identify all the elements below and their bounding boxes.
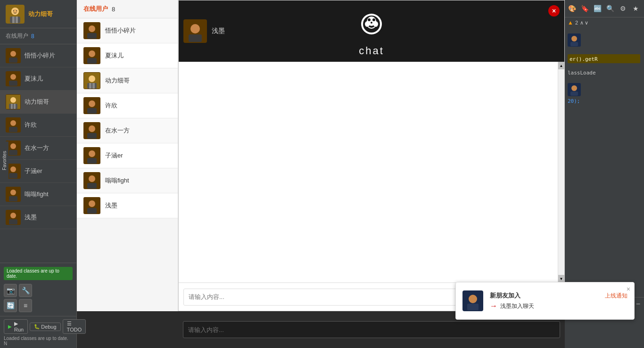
sidebar-user-item[interactable]: 许欣	[0, 114, 76, 137]
ide-avatar-2	[568, 83, 581, 96]
svg-rect-56	[87, 183, 97, 189]
chat-title-text: chat	[359, 45, 384, 57]
sidebar-user-name: 在水一方	[25, 144, 49, 152]
expanded-user-name: 夏沫儿	[105, 51, 124, 60]
svg-point-46	[89, 100, 95, 107]
sidebar-user-item-active[interactable]: 动力细哥	[0, 91, 76, 114]
svg-point-49	[89, 125, 95, 132]
svg-rect-21	[9, 127, 17, 132]
run-button[interactable]: ▶ ▶ Run	[4, 319, 28, 334]
scroll-up-btn[interactable]: ▲	[558, 62, 564, 69]
svg-point-9	[10, 51, 16, 57]
expanded-user-item[interactable]: 在水一方	[77, 118, 178, 143]
notification-close-button[interactable]: ×	[627, 285, 630, 293]
expanded-online-label: 在线用户	[83, 5, 108, 13]
expanded-user-item[interactable]: 子涵er	[77, 143, 178, 168]
svg-point-69	[365, 21, 370, 27]
expanded-user-item[interactable]: 夏沫儿	[77, 43, 178, 68]
sidebar-user-name: 浅墨	[25, 213, 37, 222]
ide-code-line: lassLoade	[568, 69, 640, 77]
current-user-name: 动力细哥	[28, 10, 53, 18]
star-icon[interactable]: ★	[630, 3, 641, 14]
svg-rect-10	[9, 58, 17, 63]
svg-rect-44	[92, 83, 95, 89]
palette-icon[interactable]: 🎨	[567, 3, 578, 14]
svg-rect-2	[10, 17, 20, 23]
svg-point-26	[10, 166, 16, 172]
svg-rect-30	[9, 196, 17, 201]
expanded-user-item[interactable]: 许欣	[77, 93, 178, 118]
sidebar-online-label: 在线用户	[6, 32, 28, 40]
minus-icon[interactable]: −	[636, 300, 640, 308]
svg-point-52	[89, 150, 95, 157]
debug-button[interactable]: 🐛 Debug	[30, 323, 60, 331]
current-user-avatar	[6, 5, 25, 24]
chat-scrollbar[interactable]: ▲ ▼	[558, 62, 564, 282]
favorites-tab[interactable]: Favorites	[0, 141, 8, 179]
notification-message: → 浅墨加入聊天	[490, 302, 627, 310]
scroll-down-btn[interactable]: ▼	[558, 275, 564, 282]
expanded-user-name: 浅墨	[105, 201, 117, 210]
expanded-user-name: 许欣	[105, 101, 117, 110]
camera-icon[interactable]: 📷	[4, 284, 17, 297]
ide-user-section	[564, 28, 644, 52]
expanded-online-count: 8	[112, 6, 115, 13]
ide-warning-bar: ▲ 2 ∧ ∨	[564, 17, 644, 28]
expanded-user-item[interactable]: 悟悟小碎片	[77, 18, 178, 43]
status-badge: Loaded classes are up to date.	[4, 267, 73, 280]
ide-toolbar: 🎨 🔖 🔤 🔍 ⚙ ★	[564, 0, 644, 17]
sidebar-user-name: 动力细哥	[25, 98, 49, 106]
refresh-icon[interactable]: 🔄	[4, 299, 17, 312]
bug-icon: 🐛	[34, 324, 40, 329]
current-user-header: 动力细哥	[0, 0, 76, 28]
svg-point-32	[10, 213, 16, 218]
avatar	[6, 48, 21, 63]
warning-icon: ▲	[568, 19, 573, 26]
avatar	[6, 71, 21, 86]
avatar	[83, 72, 100, 89]
list-icon[interactable]: ≡	[19, 299, 32, 312]
notification-avatar	[462, 290, 483, 311]
svg-rect-53	[87, 158, 97, 164]
sidebar-user-item[interactable]: 嗡嗡fight	[0, 183, 76, 206]
svg-rect-3	[12, 17, 15, 23]
search-ide-icon[interactable]: 🔍	[605, 3, 616, 14]
expand-icon[interactable]: ∧	[580, 20, 584, 26]
sidebar-bottom-tools: Loaded classes are up to date. 📷 🔧 🔄 ≡	[0, 263, 76, 316]
translate-icon[interactable]: 🔤	[592, 3, 603, 14]
expanded-user-list: 悟悟小碎片 夏沫儿 动力细哥 许欣 在水一方	[77, 18, 178, 218]
expanded-user-item[interactable]: 嗡嗡fight	[77, 168, 178, 193]
expanded-user-item[interactable]: 动力细哥	[77, 68, 178, 93]
sidebar-user-item[interactable]: 悟悟小碎片	[0, 44, 76, 67]
chat-close-button[interactable]: ×	[548, 5, 560, 17]
svg-point-15	[10, 97, 16, 103]
status-text: Loaded classes are up to date. N	[4, 336, 73, 346]
svg-rect-43	[89, 83, 91, 89]
sidebar-user-item[interactable]: 夏沫儿	[0, 67, 76, 91]
tool-icon[interactable]: 🔧	[19, 284, 32, 297]
ide-code-highlight: er().getR	[570, 56, 598, 62]
ide-code-area: lassLoade	[564, 65, 644, 81]
sidebar-user-name: 悟悟小碎片	[25, 51, 55, 60]
svg-point-23	[10, 143, 16, 149]
warning-count: 2	[575, 20, 578, 25]
bottom-chat-input[interactable]	[183, 321, 560, 338]
svg-point-55	[89, 175, 95, 182]
left-sidebar: 动力细哥 在线用户 8 悟悟小碎片 夏沫儿 动力细哥	[0, 0, 77, 348]
sidebar-user-item[interactable]: 在水一方	[0, 137, 76, 160]
svg-point-78	[571, 85, 577, 91]
chat-messages	[179, 62, 564, 282]
sidebar-user-item[interactable]: 浅墨	[0, 206, 76, 229]
notification-title: 新朋友加入	[490, 291, 520, 300]
svg-rect-62	[189, 34, 202, 42]
sidebar-user-item[interactable]: 子涵er	[0, 160, 76, 183]
expanded-user-item[interactable]: 浅墨	[77, 193, 178, 218]
bookmark-icon[interactable]: 🔖	[579, 3, 590, 14]
avatar	[6, 117, 21, 133]
svg-point-68	[371, 22, 372, 24]
gear-icon[interactable]: ⚙	[618, 3, 628, 14]
svg-point-35	[89, 25, 95, 32]
todo-button[interactable]: ☰ TODO	[63, 319, 86, 334]
collapse-icon[interactable]: ∨	[585, 20, 588, 26]
ide-avatar-2-container: 20);	[564, 81, 644, 106]
